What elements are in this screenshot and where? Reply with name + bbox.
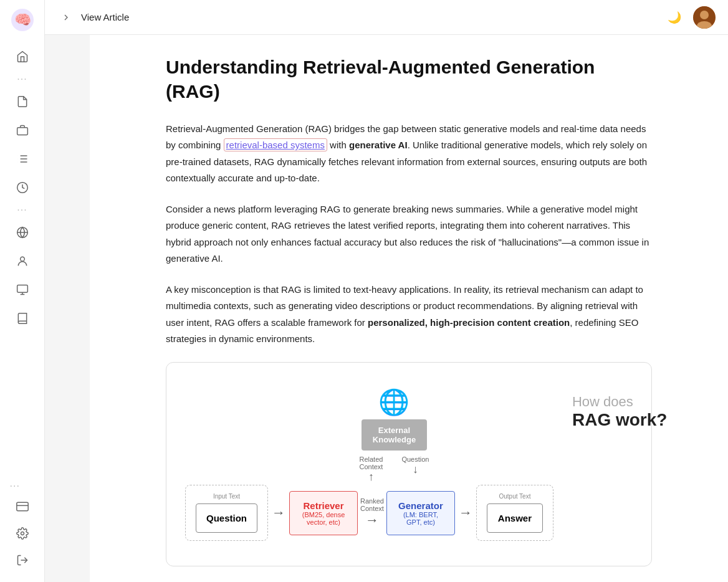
logout-icon[interactable] <box>10 548 35 573</box>
globe-icon[interactable] <box>10 220 35 245</box>
dots-icon-1: ··· <box>17 74 27 85</box>
topbar: View Article 🌙 <box>45 0 728 35</box>
main-content: Understanding Retrieval-Augmented Genera… <box>90 35 728 582</box>
page-title: View Article <box>81 12 129 22</box>
output-label: Output Text <box>499 493 530 500</box>
avatar[interactable] <box>693 6 716 29</box>
dots-icon-3: ··· <box>10 480 35 492</box>
input-dashed-box: Input Text Question <box>185 485 268 541</box>
ext-knowledge-box: External Knowledge <box>362 419 427 451</box>
article-para-2: Consider a news platform leveraging RAG … <box>166 201 652 267</box>
para1-middle: with <box>327 140 349 150</box>
svg-point-21 <box>700 11 709 19</box>
theme-toggle-button[interactable]: 🌙 <box>663 6 686 29</box>
generator-box: Generator (LM: BERT, GPT, etc) <box>386 491 455 535</box>
person-icon[interactable] <box>10 249 35 274</box>
document-icon[interactable] <box>10 89 35 114</box>
list-icon[interactable] <box>10 146 35 171</box>
related-context-label: Related Context <box>359 456 383 470</box>
svg-point-18 <box>21 532 24 535</box>
input-label: Input Text <box>213 493 240 500</box>
settings-icon[interactable] <box>10 521 35 546</box>
svg-rect-13 <box>17 285 27 293</box>
article-title: Understanding Retrieval-Augmented Genera… <box>166 55 652 103</box>
app-logo[interactable]: 🧠 <box>10 7 35 32</box>
rag-diagram: 🌐 External Knowledge Related Context ↑ <box>166 362 652 566</box>
book-icon[interactable] <box>10 306 35 331</box>
briefcase-icon[interactable] <box>10 118 35 143</box>
output-dashed-box: Output Text Answer <box>476 485 553 541</box>
para3-bold: personalized, high-precision content cre… <box>368 317 570 328</box>
wiki-globe-icon: 🌐 <box>378 388 410 417</box>
topbar-right: 🌙 <box>663 6 716 29</box>
arrow-2: → <box>362 512 383 528</box>
diagram-how-text: How does <box>572 394 633 410</box>
article-para-1: Retrieval-Augmented Generation (RAG) bri… <box>166 121 652 186</box>
svg-point-12 <box>20 257 24 261</box>
retrieval-link[interactable]: retrieval-based systems <box>224 138 327 151</box>
svg-rect-2 <box>17 128 27 135</box>
arrow-3: → <box>455 505 476 521</box>
history-icon[interactable] <box>10 175 35 200</box>
home-icon[interactable] <box>10 44 35 69</box>
svg-rect-16 <box>16 502 27 510</box>
monitor-icon[interactable] <box>10 277 35 302</box>
wallet-icon[interactable] <box>10 494 35 519</box>
arrow-1: → <box>268 505 289 521</box>
para1-bold: generative AI <box>349 140 408 150</box>
diagram-work-text: RAG work? <box>572 410 667 430</box>
back-chevron[interactable] <box>57 9 75 26</box>
article-para-3: A key misconception is that RAG is limit… <box>166 282 652 347</box>
question-box: Question <box>196 503 257 533</box>
answer-box: Answer <box>487 503 543 533</box>
dots-icon-2: ··· <box>17 204 27 216</box>
svg-text:🧠: 🧠 <box>14 11 31 28</box>
sidebar: 🧠 ··· ··· ··· <box>0 0 45 582</box>
retriever-box: Retriever (BM25, dense vector, etc) <box>289 491 358 535</box>
ranked-context-label: Ranked Context <box>360 497 384 512</box>
question-label-top: Question <box>401 456 429 463</box>
